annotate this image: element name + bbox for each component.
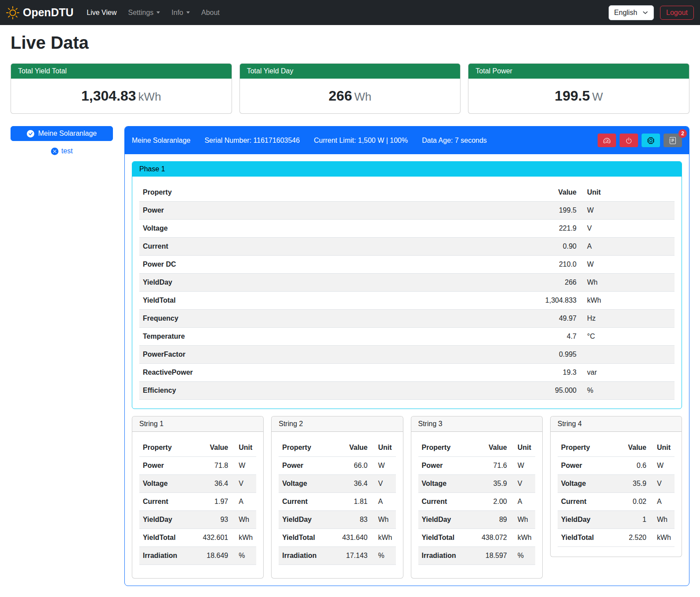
row-property: YieldTotal	[139, 529, 192, 547]
row-property: YieldTotal	[418, 529, 471, 547]
nav-about[interactable]: About	[198, 5, 223, 20]
table-header-row: Property Value Unit	[139, 439, 256, 457]
nav-live-view[interactable]: Live View	[83, 5, 120, 20]
row-unit: V	[580, 220, 675, 238]
table-row: YieldTotal2.520kWh	[558, 529, 675, 547]
nav-settings[interactable]: Settings	[124, 5, 163, 20]
power-icon	[625, 137, 632, 144]
table-row: YieldDay266Wh	[139, 274, 675, 292]
power-toggle-button[interactable]	[620, 134, 638, 147]
table-row: Frequency49.97Hz	[139, 310, 675, 328]
limit-settings-button[interactable]	[598, 134, 616, 147]
string-body: Property Value Unit Power71.8WVoltage36.…	[132, 432, 263, 578]
row-value: 432.601	[192, 529, 232, 547]
inverter-button-meine-solaranlage[interactable]: Meine Solaranlage	[11, 126, 113, 141]
main-content: Meine Solaranlage test Meine Solaranlage…	[11, 126, 689, 586]
card-value-row: 1,304.83kWh	[11, 79, 232, 113]
event-log-button[interactable]: 2	[664, 134, 682, 147]
row-value: 35.9	[610, 475, 650, 493]
row-unit: Wh	[650, 511, 675, 529]
row-unit: kWh	[371, 529, 396, 547]
row-unit: A	[371, 493, 396, 511]
string-body: Property Value Unit Power66.0WVoltage36.…	[272, 432, 403, 578]
inverter-button-label: test	[62, 147, 73, 155]
speedometer-icon	[603, 137, 610, 144]
column-value: Value	[610, 439, 650, 457]
inverter-button-label: Meine Solaranlage	[38, 130, 97, 137]
row-value: 83	[332, 511, 371, 529]
table-row: YieldTotal438.072kWh	[418, 529, 535, 547]
row-unit: W	[650, 457, 675, 475]
string-card-2: String 2 Property Value Unit Power66.0WV…	[271, 416, 403, 579]
table-row: Voltage35.9V	[418, 475, 535, 493]
row-value: 0.6	[610, 457, 650, 475]
row-property: Current	[418, 493, 471, 511]
row-unit: kWh	[511, 529, 535, 547]
row-unit: var	[580, 364, 675, 382]
logout-button[interactable]: Logout	[660, 6, 694, 20]
nav-info[interactable]: Info	[168, 5, 193, 20]
table-row: Power DC210.0W	[139, 256, 675, 274]
column-value: Value	[192, 439, 232, 457]
sun-icon	[6, 6, 19, 19]
table-row: Current2.00A	[418, 493, 535, 511]
serial-number: Serial Number: 116171603546	[204, 137, 300, 145]
inverter-panel-body: Phase 1 Property Value Unit Power199.5WV…	[125, 154, 689, 586]
table-row: YieldDay93Wh	[139, 511, 256, 529]
inverter-sidebar: Meine Solaranlage test	[11, 126, 113, 155]
row-property: Current	[139, 493, 192, 511]
row-property: Frequency	[139, 310, 527, 328]
row-value: 18.649	[192, 547, 232, 565]
row-property: Current	[279, 493, 331, 511]
brand-label: OpenDTU	[23, 6, 73, 19]
string-body: Property Value Unit Power71.6WVoltage35.…	[411, 432, 542, 578]
string-card-4: String 4 Property Value Unit Power0.6WVo…	[550, 416, 682, 557]
row-property: YieldDay	[558, 511, 610, 529]
card-total-power: Total Power 199.5W	[468, 63, 689, 114]
row-unit: Wh	[511, 511, 535, 529]
card-unit: W	[592, 90, 603, 103]
table-row: Irradiation18.597%	[418, 547, 535, 565]
language-select[interactable]: English	[609, 5, 654, 20]
cpu-icon	[647, 137, 654, 144]
device-info-button[interactable]	[642, 134, 660, 147]
row-unit: %	[232, 547, 256, 565]
card-unit: kWh	[138, 90, 161, 103]
event-count-badge: 2	[678, 129, 687, 138]
brand[interactable]: OpenDTU	[6, 6, 73, 19]
row-value: 2.520	[610, 529, 650, 547]
row-value: 199.5	[527, 202, 580, 220]
row-property: Irradiation	[418, 547, 471, 565]
table-row: Power199.5W	[139, 202, 675, 220]
table-row: Voltage35.9V	[558, 475, 675, 493]
row-property: YieldDay	[139, 511, 192, 529]
table-row: YieldDay83Wh	[279, 511, 395, 529]
x-circle-icon	[51, 148, 58, 155]
string-card-3: String 3 Property Value Unit Power71.6WV…	[411, 416, 543, 579]
summary-cards-row: Total Yield Total 1,304.83kWh Total Yiel…	[11, 63, 689, 114]
string-title: String 4	[551, 416, 682, 432]
table-row: PowerFactor0.995	[139, 346, 675, 364]
row-unit: W	[580, 202, 675, 220]
phase-card: Phase 1 Property Value Unit Power199.5WV…	[132, 161, 682, 409]
row-value: 1.81	[332, 493, 371, 511]
row-unit: V	[511, 475, 535, 493]
table-row: Temperature4.7°C	[139, 328, 675, 346]
data-age: Data Age: 7 seconds	[422, 137, 487, 145]
column-unit: Unit	[232, 439, 256, 457]
inverter-button-test[interactable]: test	[51, 147, 73, 155]
row-property: Voltage	[279, 475, 331, 493]
card-value: 1,304.83	[81, 88, 136, 104]
column-unit: Unit	[511, 439, 535, 457]
table-row: Power0.6W	[558, 457, 675, 475]
row-value: 438.072	[471, 529, 511, 547]
column-value: Value	[471, 439, 511, 457]
table-row: YieldTotal431.640kWh	[279, 529, 395, 547]
row-value: 221.9	[527, 220, 580, 238]
table-row: Power66.0W	[279, 457, 395, 475]
column-unit: Unit	[580, 184, 675, 202]
table-row: YieldTotal432.601kWh	[139, 529, 256, 547]
row-value: 19.3	[527, 364, 580, 382]
row-property: Power	[558, 457, 610, 475]
row-value: 17.143	[332, 547, 371, 565]
